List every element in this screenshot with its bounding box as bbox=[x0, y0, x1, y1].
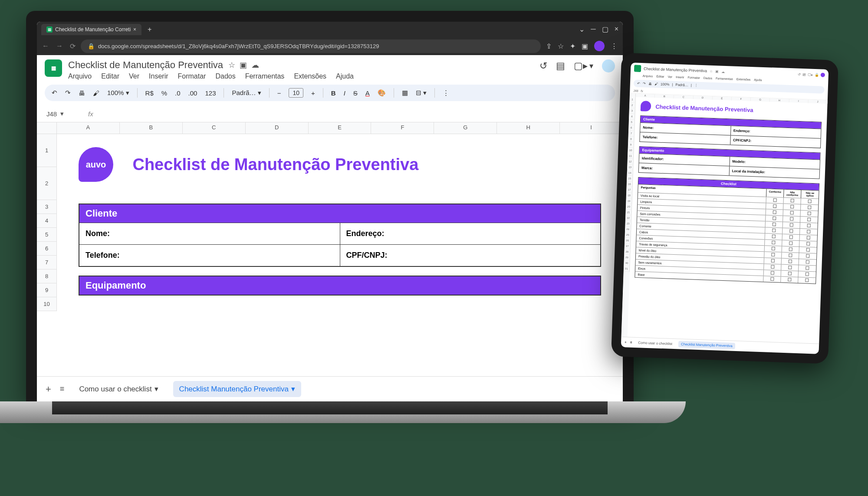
telefone-label[interactable]: Telefone: bbox=[79, 245, 340, 266]
checklist-checkbox-cell[interactable] bbox=[800, 229, 817, 235]
font-size-dec[interactable]: − bbox=[277, 89, 281, 97]
row-header[interactable]: 18 bbox=[626, 193, 632, 198]
row-header[interactable]: 19 bbox=[626, 198, 632, 204]
profile-avatar[interactable] bbox=[594, 41, 605, 51]
sheet-tab-2[interactable]: Checklist Manutenção Preventiva ▾ bbox=[173, 381, 301, 397]
minimize-icon[interactable]: ─ bbox=[591, 25, 595, 33]
checkbox-icon[interactable] bbox=[790, 199, 794, 202]
row-header[interactable]: 7 bbox=[628, 131, 635, 136]
star-doc-icon[interactable]: ☆ bbox=[228, 60, 235, 70]
more-icon[interactable]: ⋮ bbox=[694, 83, 698, 87]
sheet-tab-2[interactable]: Checklist Manutenção Preventiva bbox=[678, 341, 735, 349]
borders-button[interactable]: ▦ bbox=[402, 89, 408, 97]
checkbox-icon[interactable] bbox=[789, 253, 792, 257]
checkbox-icon[interactable] bbox=[790, 205, 794, 208]
history-icon[interactable]: ↺ bbox=[539, 60, 547, 72]
row-header[interactable]: 6 bbox=[628, 125, 635, 131]
tab-close-icon[interactable]: × bbox=[133, 26, 136, 33]
checklist-checkbox-cell[interactable] bbox=[783, 198, 801, 204]
checkbox-icon[interactable] bbox=[773, 210, 776, 214]
menu-ver[interactable]: Ver bbox=[129, 72, 139, 80]
row-header[interactable]: 4 bbox=[37, 214, 57, 228]
row-header[interactable]: 4 bbox=[629, 114, 635, 119]
checkbox-icon[interactable] bbox=[789, 229, 793, 233]
checkbox-icon[interactable] bbox=[771, 265, 774, 269]
col-header[interactable]: E bbox=[309, 122, 372, 134]
checklist-checkbox-cell[interactable] bbox=[783, 222, 800, 228]
strike-button[interactable]: S bbox=[353, 89, 358, 97]
row-header[interactable]: 10 bbox=[37, 297, 57, 311]
row-header[interactable]: 1 bbox=[37, 134, 57, 167]
percent-button[interactable]: % bbox=[161, 89, 167, 97]
checkbox-icon[interactable] bbox=[772, 241, 775, 244]
row-header[interactable]: 2 bbox=[629, 102, 635, 108]
checklist-checkbox-cell[interactable] bbox=[799, 265, 816, 271]
checkbox-icon[interactable] bbox=[770, 271, 774, 275]
close-window-icon[interactable]: × bbox=[615, 25, 618, 33]
col-header[interactable]: C bbox=[183, 122, 246, 134]
font-select[interactable]: Padrã… ▾ bbox=[232, 89, 261, 97]
undo-icon[interactable]: ↶ bbox=[52, 89, 57, 97]
currency-button[interactable]: R$ bbox=[145, 89, 154, 97]
forward-icon[interactable]: → bbox=[56, 42, 63, 50]
menu-ajuda[interactable]: Ajuda bbox=[336, 72, 354, 80]
checkbox-icon[interactable] bbox=[770, 277, 774, 281]
name-box[interactable]: J48 bbox=[633, 89, 638, 92]
comment-icon[interactable]: ▤ bbox=[556, 60, 565, 72]
sheets-logo-icon[interactable]: ▦ bbox=[45, 59, 62, 77]
row-header[interactable]: 20 bbox=[626, 204, 632, 210]
print-icon[interactable]: 🖶 bbox=[79, 89, 85, 97]
undo-icon[interactable]: ↶ bbox=[637, 82, 640, 85]
checklist-checkbox-cell[interactable] bbox=[800, 235, 817, 241]
row-header[interactable]: 29 bbox=[624, 255, 630, 260]
row-header[interactable]: 5 bbox=[629, 119, 635, 125]
checkbox-icon[interactable] bbox=[789, 247, 792, 251]
row-header[interactable]: 2 bbox=[37, 167, 57, 200]
checkbox-icon[interactable] bbox=[771, 247, 775, 250]
tablet-doc-title[interactable]: Checklist de Manutenção Preventiva bbox=[644, 66, 707, 73]
row-header[interactable]: 17 bbox=[626, 187, 632, 193]
font-size-inc[interactable]: + bbox=[311, 89, 315, 97]
new-tab-button[interactable]: + bbox=[144, 26, 155, 33]
increase-decimal-button[interactable]: .00 bbox=[188, 89, 197, 97]
checkbox-icon[interactable] bbox=[788, 272, 791, 275]
checklist-checkbox-cell[interactable] bbox=[801, 198, 818, 204]
checkbox-icon[interactable] bbox=[772, 229, 776, 232]
checkbox-icon[interactable] bbox=[771, 253, 775, 256]
menu-dados[interactable]: Dados bbox=[215, 72, 235, 80]
checklist-checkbox-cell[interactable] bbox=[799, 271, 816, 277]
all-sheets-button[interactable]: ≡ bbox=[630, 341, 632, 345]
menu-item[interactable]: Arquivo bbox=[642, 74, 653, 78]
checklist-checkbox-cell[interactable] bbox=[800, 223, 817, 229]
browser-tab[interactable]: ▦ Checklist de Manutenção Correti × bbox=[41, 24, 141, 35]
checklist-checkbox-cell[interactable] bbox=[764, 258, 782, 264]
endereco-label[interactable]: Endereço: bbox=[340, 223, 601, 244]
chevron-down-icon[interactable]: ⌄ bbox=[579, 25, 585, 33]
sheet-content[interactable]: Checklist de Manutenção Preventiva Clien… bbox=[57, 134, 623, 311]
reload-icon[interactable]: ⟳ bbox=[70, 42, 76, 50]
meet-button[interactable]: ▢▸ ▾ bbox=[574, 60, 593, 72]
checkbox-icon[interactable] bbox=[788, 259, 792, 263]
row-header[interactable]: 8 bbox=[628, 136, 634, 142]
row-header[interactable]: 30 bbox=[624, 260, 630, 266]
print-icon[interactable]: 🖶 bbox=[648, 82, 652, 86]
checklist-checkbox-cell[interactable] bbox=[765, 227, 783, 233]
row-header[interactable]: 27 bbox=[625, 243, 631, 249]
checklist-checkbox-cell[interactable] bbox=[781, 265, 799, 271]
share-icon[interactable]: 🔒 bbox=[815, 73, 819, 77]
checkbox-icon[interactable] bbox=[807, 224, 811, 227]
row-header[interactable]: 7 bbox=[37, 256, 57, 269]
more-toolbar-icon[interactable]: ⋮ bbox=[443, 89, 449, 97]
col-header[interactable]: D bbox=[246, 122, 309, 134]
menu-item[interactable]: Editar bbox=[656, 75, 664, 78]
row-header[interactable]: 28 bbox=[624, 249, 630, 255]
checkbox-icon[interactable] bbox=[807, 236, 810, 240]
checkbox-icon[interactable] bbox=[773, 198, 776, 202]
row-header[interactable]: 22 bbox=[625, 215, 631, 221]
checkbox-icon[interactable] bbox=[771, 259, 774, 263]
history-icon[interactable]: ↺ bbox=[798, 72, 801, 76]
all-sheets-button[interactable]: ≡ bbox=[60, 384, 65, 394]
row-header[interactable]: 5 bbox=[37, 228, 57, 242]
row-header[interactable]: 15 bbox=[627, 176, 633, 181]
italic-button[interactable]: I bbox=[344, 89, 345, 97]
